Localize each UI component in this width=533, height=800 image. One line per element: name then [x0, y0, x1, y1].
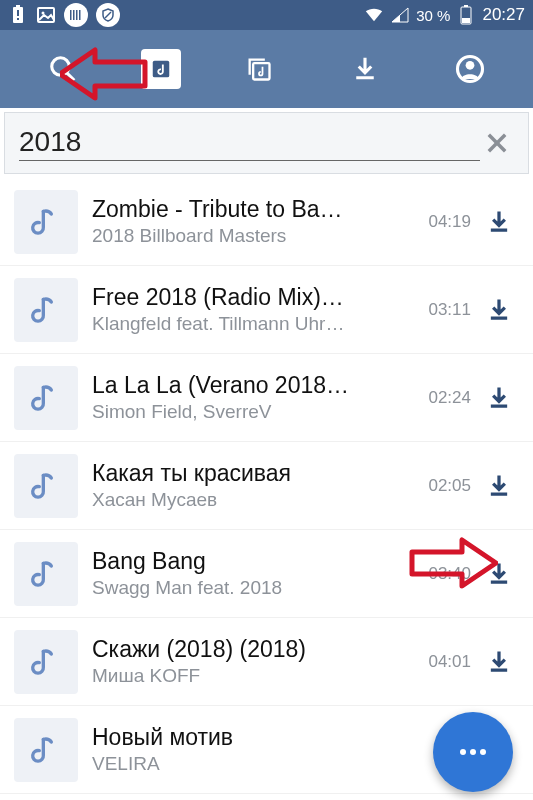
track-artist: Swagg Man feat. 2018	[92, 577, 411, 599]
svg-rect-12	[464, 5, 468, 7]
svg-rect-6	[70, 10, 72, 20]
track-title: Free 2018 (Radio Mix)…	[92, 284, 411, 311]
track-duration: 03:40	[415, 564, 471, 584]
track-artist: Simon Field, SverreV	[92, 401, 411, 423]
nav-library[interactable]	[232, 42, 286, 96]
track-art	[14, 542, 78, 606]
nav-music-active[interactable]	[141, 49, 181, 89]
top-nav	[0, 30, 533, 108]
track-duration: 02:24	[415, 388, 471, 408]
track-artist: Klangfeld feat. Tillmann Uhr…	[92, 313, 411, 335]
download-button[interactable]	[477, 376, 521, 420]
track-list: Zombie - Tribute to Ba… 2018 Billboard M…	[0, 178, 533, 794]
track-duration: 02:05	[415, 476, 471, 496]
track-art	[14, 454, 78, 518]
track-art	[14, 278, 78, 342]
svg-rect-7	[73, 10, 75, 20]
track-title: Новый мотив	[92, 724, 411, 751]
svg-rect-8	[76, 10, 78, 20]
search-bar	[4, 112, 529, 174]
svg-point-19	[466, 61, 475, 70]
track-row[interactable]: Скажи (2018) (2018) Миша KOFF 04:01	[0, 618, 533, 706]
wifi-icon	[364, 5, 384, 25]
svg-rect-17	[254, 63, 270, 79]
svg-line-15	[66, 73, 74, 81]
image-icon	[36, 5, 56, 25]
svg-rect-9	[79, 10, 81, 20]
track-title: Zombie - Tribute to Ba…	[92, 196, 411, 223]
track-duration: 04:19	[415, 212, 471, 232]
svg-line-10	[105, 12, 111, 18]
track-info: Какая ты красивая Хасан Мусаев	[92, 460, 415, 511]
barcode-icon	[64, 3, 88, 27]
track-title: Bang Bang	[92, 548, 411, 575]
clock: 20:27	[482, 5, 525, 25]
svg-point-24	[480, 749, 486, 755]
svg-rect-2	[17, 10, 19, 16]
track-artist: VELIRA	[92, 753, 411, 775]
track-title: Какая ты красивая	[92, 460, 411, 487]
track-artist: Миша KOFF	[92, 665, 411, 687]
track-info: Новый мотив VELIRA	[92, 724, 415, 775]
svg-rect-1	[16, 5, 20, 7]
fab-more[interactable]	[433, 712, 513, 792]
svg-point-22	[460, 749, 466, 755]
track-row[interactable]: Free 2018 (Radio Mix)… Klangfeld feat. T…	[0, 266, 533, 354]
search-input[interactable]	[19, 126, 480, 161]
track-info: Zombie - Tribute to Ba… 2018 Billboard M…	[92, 196, 415, 247]
status-bar: 30 % 20:27	[0, 0, 533, 30]
track-row[interactable]: La La La (Verano 2018… Simon Field, Sver…	[0, 354, 533, 442]
nav-downloads[interactable]	[338, 42, 392, 96]
track-info: Bang Bang Swagg Man feat. 2018	[92, 548, 415, 599]
track-row[interactable]: Bang Bang Swagg Man feat. 2018 03:40	[0, 530, 533, 618]
download-button[interactable]	[477, 552, 521, 596]
track-info: Скажи (2018) (2018) Миша KOFF	[92, 636, 415, 687]
track-duration: 03:11	[415, 300, 471, 320]
track-title: La La La (Verano 2018…	[92, 372, 411, 399]
nav-profile[interactable]	[443, 42, 497, 96]
track-info: La La La (Verano 2018… Simon Field, Sver…	[92, 372, 415, 423]
svg-rect-3	[17, 18, 19, 20]
track-artist: 2018 Billboard Masters	[92, 225, 411, 247]
battery-percent: 30 %	[416, 7, 450, 24]
download-button[interactable]	[477, 464, 521, 508]
signal-icon	[390, 5, 410, 25]
track-art	[14, 630, 78, 694]
track-row[interactable]: Zombie - Tribute to Ba… 2018 Billboard M…	[0, 178, 533, 266]
battery-alert-icon	[8, 5, 28, 25]
track-row[interactable]: Какая ты красивая Хасан Мусаев 02:05	[0, 442, 533, 530]
track-title: Скажи (2018) (2018)	[92, 636, 411, 663]
download-button[interactable]	[477, 200, 521, 244]
download-button[interactable]	[477, 288, 521, 332]
svg-rect-13	[462, 18, 470, 23]
battery-icon	[456, 5, 476, 25]
track-art	[14, 718, 78, 782]
svg-point-23	[470, 749, 476, 755]
shield-icon	[96, 3, 120, 27]
svg-point-14	[51, 58, 69, 76]
track-info: Free 2018 (Radio Mix)… Klangfeld feat. T…	[92, 284, 415, 335]
track-artist: Хасан Мусаев	[92, 489, 411, 511]
download-button[interactable]	[477, 640, 521, 684]
track-art	[14, 190, 78, 254]
nav-search[interactable]	[36, 42, 90, 96]
track-duration: 04:01	[415, 652, 471, 672]
track-art	[14, 366, 78, 430]
clear-search-button[interactable]	[480, 126, 514, 160]
